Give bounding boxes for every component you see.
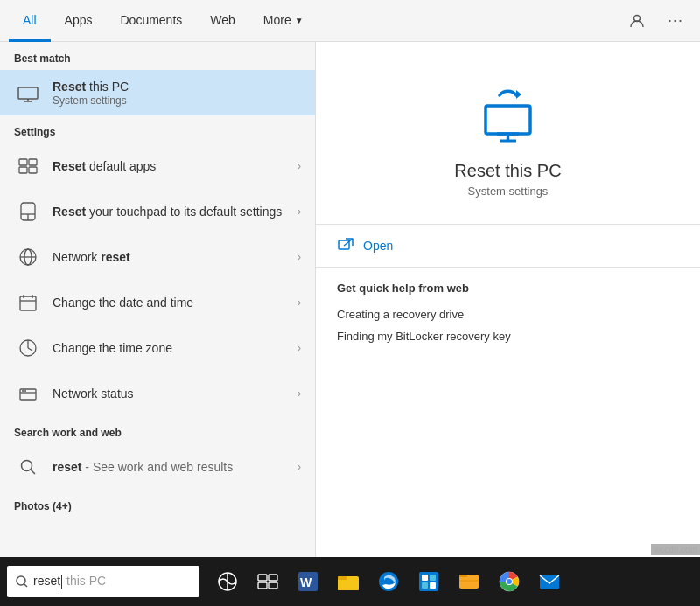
task-switch-button[interactable] — [248, 562, 287, 601]
task-view-button[interactable] — [208, 562, 247, 601]
main-container: Best match Reset this PC System settings… — [0, 42, 700, 557]
settings-icon-3 — [14, 289, 42, 317]
settings-item-1[interactable]: Reset your touchpad to its default setti… — [0, 189, 315, 234]
settings-icon-0 — [14, 152, 42, 180]
settings-item-1-content: Reset your touchpad to its default setti… — [52, 204, 290, 219]
taskbar-search[interactable]: reset this PC — [7, 566, 200, 597]
settings-item-4-title: Change the time zone — [52, 340, 290, 356]
best-match-rest: this PC — [86, 80, 129, 94]
settings-item-0-content: Reset default apps — [52, 158, 290, 174]
mail-icon-button[interactable] — [530, 562, 569, 601]
chevron-icon-0: › — [298, 160, 301, 172]
open-label: Open — [363, 239, 393, 253]
svg-point-25 — [22, 461, 32, 471]
svg-rect-4 — [19, 159, 27, 165]
photos-header: Photos (4+) — [0, 490, 315, 518]
svg-rect-54 — [459, 575, 467, 577]
best-match-bold: Reset — [52, 80, 86, 94]
chrome-icon-button[interactable] — [490, 562, 528, 601]
quick-help-title: Get quick help from web — [337, 282, 679, 295]
store-icon-button[interactable] — [410, 562, 448, 601]
svg-rect-45 — [338, 576, 346, 580]
settings-icon-2 — [14, 243, 42, 271]
settings-icon-1 — [14, 198, 42, 226]
top-nav: All Apps Documents Web More ▼ ··· — [0, 0, 700, 42]
settings-item-0-title: Reset default apps — [52, 158, 290, 174]
word-icon-button[interactable]: W — [289, 562, 327, 601]
tab-apps[interactable]: Apps — [51, 0, 107, 42]
tab-documents[interactable]: Documents — [106, 0, 196, 42]
svg-rect-14 — [20, 296, 36, 310]
quick-help-link-0[interactable]: Creating a recovery drive — [337, 303, 679, 325]
tab-more[interactable]: More ▼ — [249, 0, 318, 42]
settings-item-5-content: Network status — [52, 386, 290, 401]
settings-item-4-content: Change the time zone — [52, 340, 290, 356]
svg-rect-40 — [258, 582, 267, 589]
svg-point-34 — [17, 576, 25, 585]
nav-icons: ··· — [621, 5, 691, 37]
svg-line-35 — [24, 584, 27, 587]
file-explorer-button[interactable] — [329, 562, 368, 601]
best-match-content: Reset this PC System settings — [52, 79, 301, 107]
settings-item-4[interactable]: Change the time zone › — [0, 325, 315, 371]
settings-icon-5 — [14, 380, 42, 407]
search-cursor — [61, 575, 62, 589]
chevron-icon-1: › — [298, 205, 301, 218]
best-match-item[interactable]: Reset this PC System settings — [0, 70, 315, 115]
chevron-icon-3: › — [298, 296, 301, 309]
settings-item-1-title: Reset your touchpad to its default setti… — [52, 204, 290, 219]
search-web-content: reset - See work and web results — [52, 459, 290, 475]
best-match-header: Best match — [0, 42, 315, 70]
chevron-icon-2: › — [298, 251, 301, 263]
svg-rect-7 — [29, 167, 37, 173]
svg-rect-50 — [430, 575, 436, 581]
settings-icon-4 — [14, 334, 42, 362]
tab-web[interactable]: Web — [196, 0, 249, 42]
search-value-text: reset — [33, 574, 60, 588]
svg-point-24 — [24, 390, 26, 392]
ellipsis-icon: ··· — [668, 11, 683, 30]
more-options-button[interactable]: ··· — [660, 5, 691, 37]
svg-rect-39 — [269, 575, 277, 581]
settings-item-0[interactable]: Reset default apps › — [0, 143, 315, 189]
quick-help-link-1[interactable]: Finding my BitLocker recovery key — [337, 325, 679, 347]
svg-rect-51 — [422, 582, 428, 589]
svg-line-20 — [28, 348, 32, 351]
svg-point-23 — [22, 390, 24, 392]
search-hint: this PC — [63, 574, 106, 588]
taskbar: reset this PC W — [0, 557, 700, 606]
open-button[interactable]: Open — [316, 225, 700, 268]
chevron-icon-5: › — [298, 387, 301, 400]
svg-rect-38 — [258, 575, 267, 581]
search-web-item[interactable]: reset - See work and web results › — [0, 444, 315, 490]
detail-title: Reset this PC — [454, 161, 561, 181]
svg-line-26 — [31, 470, 35, 474]
svg-text:W: W — [300, 575, 312, 589]
chevron-down-icon: ▼ — [295, 16, 304, 25]
taskbar-search-icon — [16, 575, 28, 588]
svg-line-33 — [344, 239, 353, 246]
settings-item-3-title: Change the date and time — [52, 295, 290, 310]
svg-rect-41 — [269, 582, 277, 589]
settings-item-5[interactable]: Network status › — [0, 371, 315, 416]
tab-all[interactable]: All — [9, 0, 51, 42]
best-match-subtitle: System settings — [52, 94, 301, 107]
settings-item-3[interactable]: Change the date and time › — [0, 280, 315, 325]
settings-item-2[interactable]: Network reset › — [0, 234, 315, 280]
settings-item-5-title: Network status — [52, 386, 290, 401]
person-icon-button[interactable] — [621, 5, 653, 37]
reset-pc-icon — [14, 79, 42, 107]
svg-rect-27 — [486, 106, 530, 134]
edge-icon-button[interactable] — [369, 562, 408, 601]
right-panel: Reset this PC System settings Open Get q… — [315, 42, 700, 557]
left-panel: Best match Reset this PC System settings… — [0, 42, 315, 557]
svg-rect-5 — [29, 159, 37, 165]
settings-item-2-content: Network reset — [52, 249, 290, 265]
search-web-header: Search work and web — [0, 416, 315, 444]
search-value: reset this PC — [33, 574, 106, 589]
svg-rect-52 — [430, 582, 436, 589]
search-web-icon — [14, 453, 42, 481]
svg-rect-49 — [422, 575, 428, 581]
open-icon — [337, 237, 354, 254]
file-manager-button[interactable] — [450, 562, 488, 601]
